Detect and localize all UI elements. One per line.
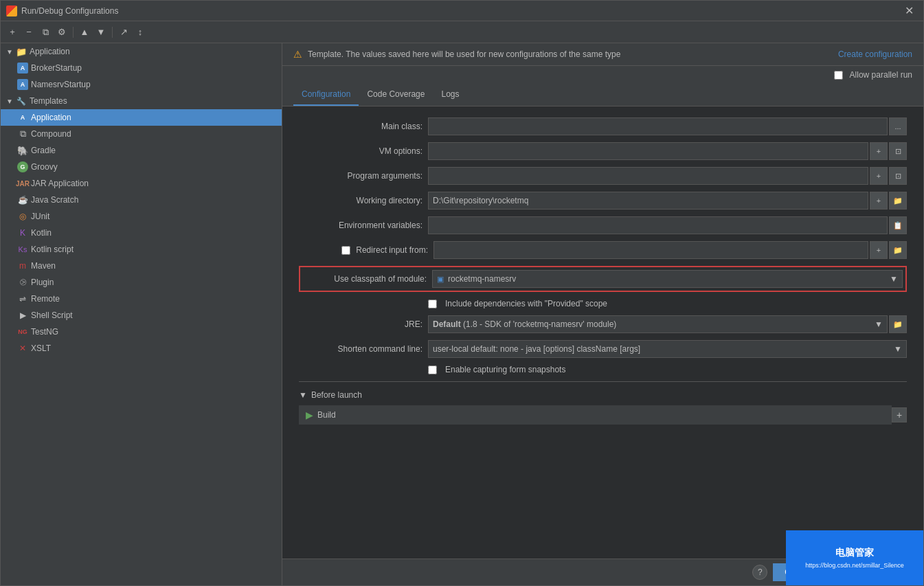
redirect-input-wrap: + 📁 bbox=[433, 241, 907, 259]
xslt-icon: ✕ bbox=[17, 343, 28, 354]
working-dir-folder-button[interactable]: 📁 bbox=[889, 192, 907, 210]
move-down-button[interactable]: ▼ bbox=[93, 25, 109, 40]
kotlin-icon: K bbox=[17, 227, 28, 238]
tree-item-kotlin-script-label: Kotlin script bbox=[31, 245, 74, 254]
title-bar: Run/Debug Configurations ✕ bbox=[1, 1, 923, 21]
jre-input-wrap: Default (1.8 - SDK of 'rocketmq-namesrv'… bbox=[428, 315, 907, 333]
redirect-input[interactable] bbox=[433, 241, 868, 259]
create-config-link[interactable]: Create configuration bbox=[838, 49, 912, 59]
working-dir-label: Working directory: bbox=[299, 196, 422, 205]
toolbar-sep-1 bbox=[73, 27, 74, 38]
move-up-button[interactable]: ▲ bbox=[77, 25, 92, 40]
junit-icon: ◎ bbox=[17, 211, 28, 222]
tree-item-xslt[interactable]: ✕ XSLT bbox=[1, 340, 282, 357]
vm-options-label: VM options: bbox=[299, 146, 422, 156]
working-dir-expand-button[interactable]: + bbox=[870, 192, 888, 210]
toolbar-sep-2 bbox=[112, 27, 113, 38]
tree-item-namesrvstartup[interactable]: A NamesrvStartup bbox=[1, 76, 282, 93]
tree-arrow-application: ▼ bbox=[6, 48, 13, 56]
tree-item-compound[interactable]: ⧉ Compound bbox=[1, 126, 282, 142]
tab-configuration[interactable]: Configuration bbox=[293, 84, 359, 106]
compound-icon: ⧉ bbox=[17, 128, 28, 139]
tree-group-application-label: Application bbox=[30, 47, 70, 56]
build-label: Build bbox=[317, 410, 336, 420]
tree-item-brokerstartup[interactable]: A BrokerStartup bbox=[1, 60, 282, 76]
env-vars-input[interactable] bbox=[428, 216, 888, 234]
capture-row: Enable capturing form snapshots bbox=[299, 365, 907, 374]
program-args-expand-button[interactable]: + bbox=[870, 167, 888, 185]
redirect-label-wrap: Redirect input from: bbox=[299, 245, 428, 255]
build-item[interactable]: ▶ Build bbox=[299, 405, 892, 425]
tree-item-shell-script[interactable]: ▶ Shell Script bbox=[1, 307, 282, 324]
jre-select[interactable]: Default (1.8 - SDK of 'rocketmq-namesrv'… bbox=[428, 315, 888, 333]
vm-options-input[interactable] bbox=[428, 142, 868, 160]
help-button[interactable]: ? bbox=[752, 565, 767, 580]
wrench-icon: 🔧 bbox=[16, 95, 27, 106]
app-icon-broker: A bbox=[17, 63, 28, 74]
tree-item-junit[interactable]: ◎ JUnit bbox=[1, 208, 282, 225]
capture-label: Enable capturing form snapshots bbox=[445, 365, 565, 374]
move-button[interactable]: ↗ bbox=[116, 25, 131, 40]
add-config-button[interactable]: + bbox=[5, 25, 20, 40]
app-icon-namesrv: A bbox=[17, 79, 28, 90]
vm-options-expand-button[interactable]: + bbox=[870, 142, 888, 160]
tab-code-coverage[interactable]: Code Coverage bbox=[359, 84, 433, 106]
main-class-input[interactable] bbox=[428, 117, 888, 135]
tree-item-testng[interactable]: NG TestNG bbox=[1, 324, 282, 340]
tabs-bar: Configuration Code Coverage Logs bbox=[282, 84, 923, 106]
tree-item-plugin[interactable]: ⧁ Plugin bbox=[1, 274, 282, 291]
tree-item-java-scratch[interactable]: ☕ Java Scratch bbox=[1, 192, 282, 208]
redirect-checkbox[interactable] bbox=[341, 246, 350, 255]
jre-detail-text: (1.8 - SDK of 'rocketmq-namesrv' module) bbox=[463, 319, 616, 329]
tree-group-templates[interactable]: ▼ 🔧 Templates bbox=[1, 93, 282, 109]
kotlin-script-icon: Ks bbox=[17, 244, 28, 255]
redirect-folder-button[interactable]: 📁 bbox=[889, 241, 907, 259]
working-dir-input[interactable] bbox=[428, 192, 868, 210]
tree-item-testng-label: TestNG bbox=[31, 327, 58, 337]
remove-config-button[interactable]: − bbox=[21, 25, 36, 40]
tree-item-kotlin-script[interactable]: Ks Kotlin script bbox=[1, 241, 282, 258]
before-launch-add-button[interactable]: + bbox=[892, 407, 907, 422]
program-args-input[interactable] bbox=[428, 167, 868, 185]
shorten-select[interactable]: user-local default: none - java [options… bbox=[428, 340, 907, 358]
main-class-row: Main class: ... bbox=[299, 117, 907, 135]
jre-folder-button[interactable]: 📁 bbox=[889, 315, 907, 333]
window-title: Run/Debug Configurations bbox=[21, 6, 118, 16]
env-vars-row: Environment variables: 📋 bbox=[299, 216, 907, 234]
redirect-expand-button[interactable]: + bbox=[870, 241, 888, 259]
tree-item-java-scratch-label: Java Scratch bbox=[31, 195, 78, 205]
classpath-select[interactable]: ▣ rocketmq-namesrv ▼ bbox=[432, 270, 903, 288]
jre-row: JRE: Default (1.8 - SDK of 'rocketmq-nam… bbox=[299, 315, 907, 333]
allow-parallel-checkbox[interactable] bbox=[834, 71, 843, 80]
main-class-label: Main class: bbox=[299, 122, 422, 131]
tree-item-gradle[interactable]: 🐘 Gradle bbox=[1, 142, 282, 159]
tree-item-maven[interactable]: m Maven bbox=[1, 258, 282, 274]
jre-label: JRE: bbox=[299, 319, 422, 329]
main-class-browse-button[interactable]: ... bbox=[889, 117, 907, 135]
info-bar-text: Template. The values saved here will be … bbox=[308, 49, 620, 59]
tree-item-groovy[interactable]: G Groovy bbox=[1, 159, 282, 175]
toolbar: + − ⧉ ⚙ ▲ ▼ ↗ ↕ bbox=[1, 21, 923, 43]
program-args-fullscreen-button[interactable]: ⊡ bbox=[889, 167, 907, 185]
tree-item-application[interactable]: A Application bbox=[1, 109, 282, 126]
close-button[interactable]: ✕ bbox=[901, 3, 918, 19]
tree-group-application[interactable]: ▼ 📁 Application bbox=[1, 43, 282, 60]
copy-config-button[interactable]: ⧉ bbox=[38, 25, 53, 40]
plugin-icon: ⧁ bbox=[17, 277, 28, 288]
include-deps-checkbox[interactable] bbox=[428, 300, 437, 308]
settings-button[interactable]: ⚙ bbox=[54, 25, 69, 40]
tree-item-jar-application[interactable]: JAR JAR Application bbox=[1, 175, 282, 192]
app-icon-application: A bbox=[17, 112, 28, 123]
tree-group-templates-label: Templates bbox=[30, 96, 67, 106]
watermark-overlay: 电脑管家 https://blog.csdn.net/smillar_Silen… bbox=[786, 530, 923, 585]
tab-logs[interactable]: Logs bbox=[433, 84, 467, 106]
tree-item-kotlin[interactable]: K Kotlin bbox=[1, 225, 282, 241]
shell-icon: ▶ bbox=[17, 310, 28, 321]
capture-checkbox[interactable] bbox=[428, 365, 437, 374]
tree-item-remote[interactable]: ⇌ Remote bbox=[1, 291, 282, 307]
vm-options-input-wrap: + ⊡ bbox=[428, 142, 907, 160]
env-vars-browse-button[interactable]: 📋 bbox=[889, 216, 907, 234]
sort-button[interactable]: ↕ bbox=[133, 25, 148, 40]
shorten-input-wrap: user-local default: none - java [options… bbox=[428, 340, 907, 358]
vm-options-fullscreen-button[interactable]: ⊡ bbox=[889, 142, 907, 160]
